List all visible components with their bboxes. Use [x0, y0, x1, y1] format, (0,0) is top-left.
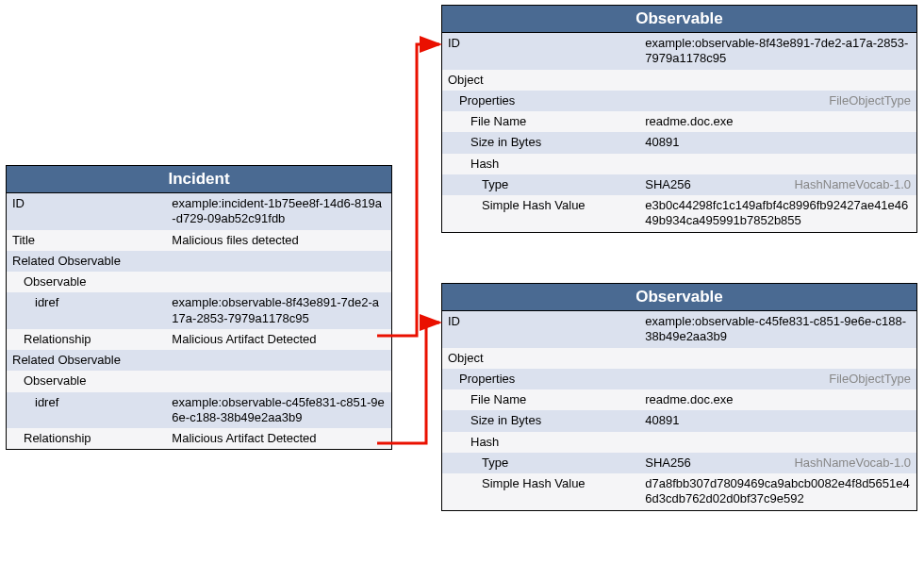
props-annot: FileObjectType	[829, 372, 911, 387]
obs1-row-shv: Simple Hash Value e3b0c44298fc1c149afbf4…	[442, 195, 916, 232]
label: ID	[7, 193, 168, 230]
obs1-row-props: Properties FileObjectType	[442, 91, 916, 111]
incident-box: Incident ID example:incident-1b75ee8f-14…	[6, 165, 392, 450]
obs2-row-shv: Simple Hash Value d7a8fbb307d7809469ca9a…	[442, 473, 916, 510]
value	[168, 350, 391, 371]
label: Simple Hash Value	[442, 473, 641, 510]
observable2-box: Observable ID example:observable-c45fe83…	[441, 283, 917, 511]
incident-row-obs-a: Observable	[7, 272, 391, 292]
obs2-row-object: Object	[442, 348, 916, 369]
obs2-row-hash: Hash	[442, 432, 916, 453]
observable1-title: Observable	[442, 6, 916, 33]
incident-row-rel-a: Relationship Malicious Artifact Detected	[7, 329, 391, 350]
obs1-row-object: Object	[442, 70, 916, 91]
value: example:observable-8f43e891-7de2-a17a-28…	[168, 292, 391, 329]
incident-row-idref-a: idref example:observable-8f43e891-7de2-a…	[7, 292, 391, 329]
value: Malicious Artifact Detected	[168, 329, 391, 350]
incident-row-title: Title Malicious files detected	[7, 230, 391, 251]
label: Properties	[442, 369, 641, 389]
value: example:incident-1b75ee8f-14d6-819a-d729…	[168, 193, 391, 230]
value: FileObjectType	[641, 369, 916, 389]
diagram-canvas: Incident ID example:incident-1b75ee8f-14…	[0, 0, 924, 563]
label: Hash	[442, 154, 641, 174]
value: d7a8fbb307d7809469ca9abcb0082e4f8d5651e4…	[641, 473, 916, 510]
label: Object	[442, 70, 641, 91]
value: readme.doc.exe	[641, 389, 916, 410]
value: 40891	[641, 132, 916, 153]
value	[168, 371, 391, 391]
incident-row-relobs-a: Related Observable	[7, 251, 391, 272]
type-annot: HashNameVocab-1.0	[794, 177, 911, 192]
incident-row-obs-b: Observable	[7, 371, 391, 391]
obs1-row-type: Type SHA256HashNameVocab-1.0	[442, 174, 916, 195]
obs1-row-fname: File Name readme.doc.exe	[442, 111, 916, 132]
value: Malicious files detected	[168, 230, 391, 251]
incident-row-rel-b: Relationship Malicious Artifact Detected	[7, 428, 391, 449]
value	[641, 348, 916, 369]
value: FileObjectType	[641, 91, 916, 111]
value: SHA256HashNameVocab-1.0	[641, 453, 916, 473]
type-value: SHA256	[645, 455, 690, 470]
label: Relationship	[7, 329, 168, 350]
type-annot: HashNameVocab-1.0	[794, 455, 911, 471]
value: 40891	[641, 410, 916, 431]
obs1-row-hash: Hash	[442, 154, 916, 174]
value	[168, 251, 391, 272]
obs2-row-size: Size in Bytes 40891	[442, 410, 916, 431]
label: File Name	[442, 111, 641, 132]
label: Observable	[7, 272, 168, 292]
label: Observable	[7, 371, 168, 391]
value	[641, 154, 916, 174]
value: example:observable-c45fe831-c851-9e6e-c1…	[168, 392, 391, 429]
obs1-row-size: Size in Bytes 40891	[442, 132, 916, 153]
props-annot: FileObjectType	[829, 93, 911, 108]
incident-row-relobs-b: Related Observable	[7, 350, 391, 371]
label: Size in Bytes	[442, 410, 641, 431]
value: example:observable-c45fe831-c851-9e6e-c1…	[641, 311, 916, 348]
label: Object	[442, 348, 641, 369]
label: Simple Hash Value	[442, 195, 641, 232]
label: Size in Bytes	[442, 132, 641, 153]
obs2-row-props: Properties FileObjectType	[442, 369, 916, 389]
obs1-row-id: ID example:observable-8f43e891-7de2-a17a…	[442, 33, 916, 70]
value	[168, 272, 391, 292]
value	[641, 432, 916, 453]
value: example:observable-8f43e891-7de2-a17a-28…	[641, 33, 916, 70]
value	[641, 70, 916, 91]
label: Hash	[442, 432, 641, 453]
label: ID	[442, 311, 641, 348]
label: Type	[442, 453, 641, 473]
observable2-title: Observable	[442, 284, 916, 311]
value: readme.doc.exe	[641, 111, 916, 132]
label: Relationship	[7, 428, 168, 449]
label: idref	[7, 292, 168, 329]
obs2-row-fname: File Name readme.doc.exe	[442, 389, 916, 410]
incident-row-idref-b: idref example:observable-c45fe831-c851-9…	[7, 392, 391, 429]
label: ID	[442, 33, 641, 70]
label: Related Observable	[7, 350, 168, 371]
label: File Name	[442, 389, 641, 410]
value: Malicious Artifact Detected	[168, 428, 391, 449]
label: Properties	[442, 91, 641, 111]
value: SHA256HashNameVocab-1.0	[641, 174, 916, 195]
value: e3b0c44298fc1c149afbf4c8996fb92427ae41e4…	[641, 195, 916, 232]
label: idref	[7, 392, 168, 429]
label: Type	[442, 174, 641, 195]
label: Related Observable	[7, 251, 168, 272]
incident-row-id: ID example:incident-1b75ee8f-14d6-819a-d…	[7, 193, 391, 230]
incident-title: Incident	[7, 166, 391, 193]
label: Title	[7, 230, 168, 251]
type-value: SHA256	[645, 177, 690, 191]
observable1-box: Observable ID example:observable-8f43e89…	[441, 5, 917, 233]
obs2-row-id: ID example:observable-c45fe831-c851-9e6e…	[442, 311, 916, 348]
obs2-row-type: Type SHA256HashNameVocab-1.0	[442, 453, 916, 473]
